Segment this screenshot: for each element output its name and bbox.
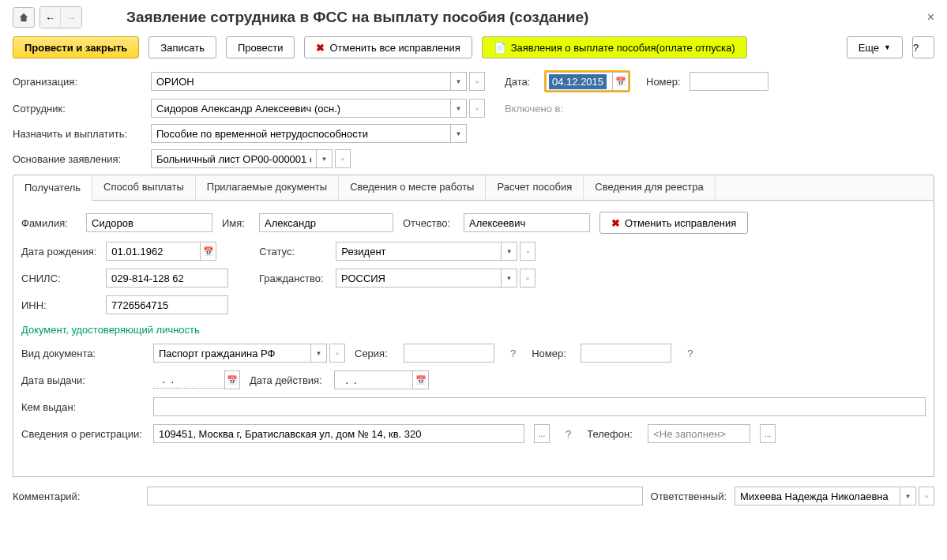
responsible-open[interactable]: ▫ [919, 487, 934, 506]
number-label: Номер: [646, 76, 690, 88]
tab-registry[interactable]: Сведения для реестра [584, 175, 715, 200]
cancel-fix-label: Отменить исправления [625, 217, 736, 229]
responsible-dropdown[interactable] [900, 487, 916, 506]
cancel-fix-button[interactable]: ✖ Отменить исправления [599, 212, 748, 234]
back-button[interactable]: ← [40, 7, 61, 28]
status-input[interactable] [336, 242, 502, 261]
snils-input[interactable] [106, 269, 228, 288]
reg-more-button[interactable]: ... [534, 424, 550, 443]
home-button[interactable] [13, 7, 35, 28]
cancel-all-label: Отменить все исправления [329, 42, 460, 54]
doc-number-help[interactable]: ? [687, 348, 693, 359]
org-input[interactable] [151, 72, 451, 91]
org-label: Организация: [13, 76, 151, 88]
citizenship-input[interactable] [336, 269, 502, 288]
number-input[interactable] [690, 72, 768, 91]
cancel-icon: ✖ [316, 42, 325, 54]
series-help[interactable]: ? [510, 348, 516, 359]
applications-label: Заявления о выплате пособия(оплате отпус… [511, 42, 735, 54]
status-dropdown[interactable] [502, 242, 517, 261]
series-label: Серия: [355, 348, 394, 359]
issued-by-input[interactable] [153, 397, 926, 416]
basis-input[interactable] [151, 149, 317, 168]
date-input[interactable]: 04.12.2015 [546, 72, 613, 91]
patronymic-label: Отчество: [403, 217, 454, 229]
employee-input[interactable] [151, 99, 451, 118]
status-open[interactable]: ▫ [520, 242, 536, 261]
nav-back-forward: ← → [39, 6, 82, 28]
tab-attachments[interactable]: Прилагаемые документы [196, 175, 339, 200]
series-input[interactable] [404, 344, 494, 363]
org-open[interactable]: ▫ [469, 72, 485, 91]
doc-type-label: Вид документа: [21, 348, 144, 359]
org-dropdown[interactable] [451, 72, 467, 91]
help-button[interactable]: ? [912, 36, 934, 58]
assign-label: Назначить и выплатить: [13, 128, 151, 140]
valid-date-input[interactable] [334, 370, 413, 389]
more-button[interactable]: Еще ▼ [847, 36, 903, 58]
issue-date-input[interactable] [153, 371, 224, 389]
inn-label: ИНН: [21, 299, 96, 311]
patronymic-input[interactable] [464, 213, 590, 232]
save-button[interactable]: Записать [148, 36, 216, 58]
forward-button[interactable]: → [61, 7, 81, 28]
valid-date-calendar[interactable]: 📅 [413, 370, 429, 389]
home-icon [18, 12, 29, 23]
issue-date-calendar[interactable]: 📅 [224, 370, 240, 389]
doc-number-input[interactable] [581, 344, 671, 363]
assign-input[interactable] [151, 124, 451, 143]
tab-work-info[interactable]: Сведения о месте работы [339, 175, 486, 200]
reg-help[interactable]: ? [566, 428, 571, 440]
tabs-bar: Получатель Способ выплаты Прилагаемые до… [13, 175, 934, 201]
citizenship-dropdown[interactable] [502, 269, 517, 288]
doc-type-open[interactable]: ▫ [329, 344, 345, 363]
phone-label: Телефон: [587, 428, 638, 440]
status-label: Статус: [259, 246, 326, 257]
post-and-close-button[interactable]: Провести и закрыть [13, 36, 139, 58]
phone-more-button[interactable]: ... [760, 424, 776, 443]
valid-date-label: Дата действия: [250, 374, 325, 386]
arrow-left-icon: ← [45, 12, 55, 24]
employee-open[interactable]: ▫ [469, 99, 485, 118]
chevron-down-icon: ▼ [884, 43, 891, 51]
date-label: Дата: [505, 76, 544, 88]
reg-input[interactable] [153, 424, 524, 443]
citizenship-label: Гражданство: [259, 272, 326, 284]
tab-calculation[interactable]: Расчет пособия [486, 175, 584, 200]
name-input[interactable] [259, 213, 393, 232]
doc-type-input[interactable] [153, 344, 311, 363]
reg-label: Сведения о регистрации: [21, 428, 144, 440]
employee-dropdown[interactable] [451, 99, 467, 118]
snils-label: СНИЛС: [21, 272, 96, 284]
cancel-all-button[interactable]: ✖ Отменить все исправления [304, 36, 472, 58]
arrow-right-icon: → [66, 12, 77, 24]
more-label: Еще [859, 42, 879, 54]
close-button[interactable]: × [927, 10, 934, 24]
dob-label: Дата рождения: [21, 246, 96, 257]
date-calendar-button[interactable]: 📅 [613, 72, 629, 91]
citizenship-open[interactable]: ▫ [520, 269, 536, 288]
issue-date-label: Дата выдачи: [21, 374, 144, 386]
phone-input[interactable] [648, 424, 750, 443]
comment-input[interactable] [147, 487, 643, 506]
employee-label: Сотрудник: [13, 103, 151, 115]
responsible-label: Ответственный: [651, 490, 727, 502]
date-value: 04.12.2015 [549, 74, 607, 89]
doc-number-label: Номер: [532, 348, 571, 359]
applications-button[interactable]: 📄 Заявления о выплате пособия(оплате отп… [482, 36, 747, 58]
tab-payment-method[interactable]: Способ выплаты [92, 175, 196, 200]
basis-open[interactable]: ▫ [335, 149, 351, 168]
issued-by-label: Кем выдан: [21, 401, 144, 413]
surname-input[interactable] [86, 213, 212, 232]
comment-label: Комментарий: [13, 490, 139, 502]
assign-dropdown[interactable] [451, 124, 467, 143]
responsible-input[interactable] [735, 487, 900, 506]
dob-calendar[interactable]: 📅 [201, 242, 216, 261]
page-title: Заявление сотрудника в ФСС на выплату по… [126, 9, 588, 26]
doc-type-dropdown[interactable] [311, 344, 327, 363]
basis-dropdown[interactable] [317, 149, 333, 168]
post-button[interactable]: Провести [226, 36, 295, 58]
inn-input[interactable] [106, 295, 228, 314]
dob-input[interactable] [106, 242, 201, 261]
tab-recipient[interactable]: Получатель [13, 176, 92, 201]
